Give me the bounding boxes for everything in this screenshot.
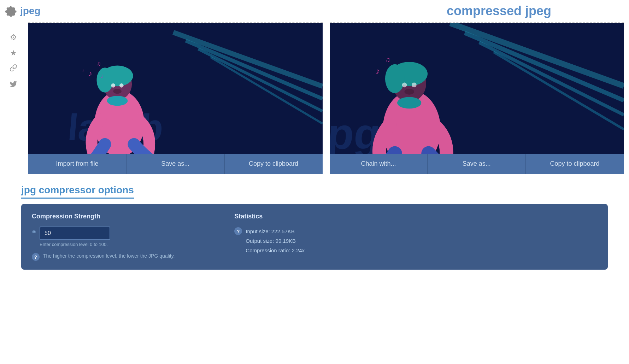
options-panel: Compression Strength ❝ Enter compression…: [21, 204, 608, 270]
svg-text:♫: ♫: [385, 56, 390, 63]
star-sidebar-icon[interactable]: ★: [10, 48, 17, 58]
right-panel: pg: [330, 22, 624, 174]
statistics-label: Statistics: [234, 213, 597, 220]
svg-text:♪: ♪: [82, 68, 84, 72]
link-sidebar-icon[interactable]: [10, 64, 17, 74]
svg-point-41: [397, 97, 421, 109]
svg-text:♪: ♪: [375, 66, 380, 76]
svg-point-11: [119, 83, 124, 88]
original-image-canvas: laci b: [28, 23, 323, 154]
twitter-sidebar-icon[interactable]: [10, 80, 17, 90]
compression-ratio-stat: Compression ratio: 2.24x: [246, 246, 305, 255]
compression-help-row: ? The higher the compression level, the …: [32, 252, 213, 261]
main-area: ⚙ ★: [0, 22, 629, 174]
compressed-image-canvas: pg: [330, 23, 624, 154]
sidebar: ⚙ ★: [5, 22, 21, 174]
svg-text:♩: ♩: [101, 74, 103, 79]
settings-gear-icon[interactable]: [5, 5, 17, 17]
chain-with-button[interactable]: Chain with...: [330, 154, 428, 174]
compression-input-row: ❝ Enter compression level 0 to 100.: [32, 227, 213, 247]
save-as-right-button[interactable]: Save as...: [428, 154, 526, 174]
svg-point-39: [412, 83, 417, 88]
panels-row: laci b: [28, 22, 624, 174]
options-section: jpg compressor options Compression Stren…: [0, 177, 629, 277]
import-from-file-button[interactable]: Import from file: [28, 154, 127, 174]
svg-point-40: [404, 89, 414, 94]
stats-help-row: ? Input size: 222.57KB Output size: 99.1…: [234, 227, 597, 255]
svg-point-13: [107, 96, 128, 106]
statistics-col: Statistics ? Input size: 222.57KB Output…: [234, 213, 597, 261]
compression-strength-label: Compression Strength: [32, 213, 213, 220]
stat-lines: Input size: 222.57KB Output size: 99.19K…: [246, 227, 305, 255]
svg-point-37: [385, 64, 404, 93]
left-action-bar: Import from file Save as... Copy to clip…: [28, 154, 323, 174]
quote-icon: ❝: [32, 229, 36, 238]
app-title: jpeg: [20, 5, 41, 17]
copy-to-clipboard-left-button[interactable]: Copy to clipboard: [225, 154, 323, 174]
input-size-stat: Input size: 222.57KB: [246, 227, 305, 236]
copy-to-clipboard-right-button[interactable]: Copy to clipboard: [526, 154, 624, 174]
compression-strength-col: Compression Strength ❝ Enter compression…: [32, 213, 213, 261]
svg-text:♫: ♫: [96, 60, 101, 67]
left-panel: laci b: [28, 22, 323, 174]
compressed-title: compressed jpeg: [447, 4, 551, 18]
svg-point-12: [113, 89, 121, 94]
compression-level-input[interactable]: [40, 227, 110, 240]
options-title: jpg compressor options: [21, 184, 134, 199]
svg-text:♪: ♪: [88, 69, 92, 77]
top-bar: jpeg compressed jpeg: [0, 0, 629, 22]
help-icon: ?: [32, 253, 40, 261]
compression-help-text: The higher the compression level, the lo…: [43, 252, 175, 260]
save-as-left-button[interactable]: Save as...: [127, 154, 225, 174]
stats-help-icon: ?: [234, 227, 242, 235]
svg-point-38: [402, 83, 407, 88]
compression-hint: Enter compression level 0 to 100.: [40, 242, 110, 247]
svg-point-10: [111, 83, 116, 88]
svg-point-9: [96, 67, 113, 92]
output-size-stat: Output size: 99.19KB: [246, 236, 305, 246]
gear-sidebar-icon[interactable]: ⚙: [10, 33, 17, 42]
right-action-bar: Chain with... Save as... Copy to clipboa…: [330, 154, 624, 174]
